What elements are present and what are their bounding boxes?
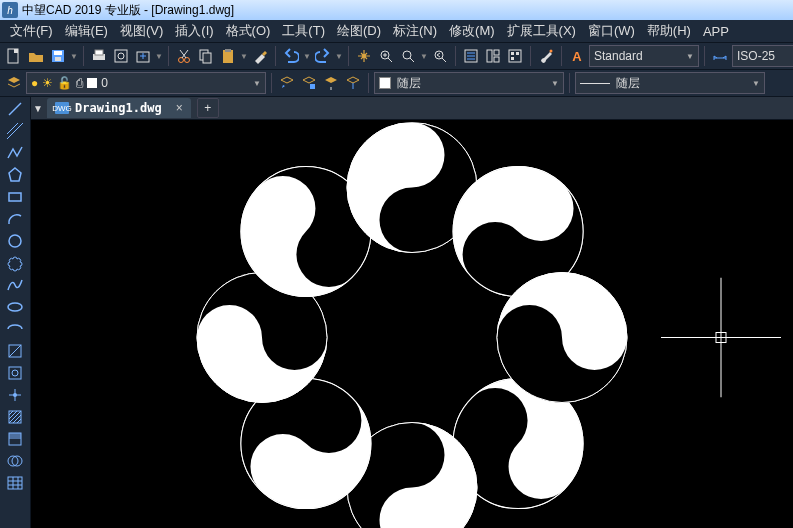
plot-icon[interactable] (89, 46, 109, 66)
svg-rect-4 (55, 57, 61, 61)
svg-rect-7 (115, 50, 127, 62)
save-icon[interactable] (48, 46, 68, 66)
publish-icon[interactable] (133, 46, 153, 66)
layer-state-icon[interactable] (299, 73, 319, 93)
ellipse-icon[interactable] (4, 297, 26, 317)
undo-icon[interactable] (281, 46, 301, 66)
zoom-realtime-icon[interactable] (376, 46, 396, 66)
hatch-icon[interactable] (4, 407, 26, 427)
menu-file[interactable]: 文件(F) (4, 20, 59, 42)
title-bar: h 中望CAD 2019 专业版 - [Drawing1.dwg] (0, 0, 793, 20)
print-icon: ⎙ (76, 76, 83, 90)
arc-icon[interactable] (4, 209, 26, 229)
layer-iso-icon[interactable] (321, 73, 341, 93)
menu-app[interactable]: APP (697, 22, 735, 41)
polyline-icon[interactable] (4, 143, 26, 163)
redo-icon[interactable] (313, 46, 333, 66)
new-tab-button[interactable]: + (197, 98, 219, 118)
text-style-combo[interactable]: Standard▼ (589, 45, 699, 67)
make-block-icon[interactable] (4, 363, 26, 383)
draw-toolbar (0, 97, 31, 528)
polygon-icon[interactable] (4, 165, 26, 185)
point-icon[interactable] (4, 385, 26, 405)
dim-style-icon[interactable] (710, 46, 730, 66)
rectangle-icon[interactable] (4, 187, 26, 207)
preview-icon[interactable] (111, 46, 131, 66)
svg-rect-22 (494, 50, 499, 55)
spline-icon[interactable] (4, 275, 26, 295)
layer-combo[interactable]: ● ☀ 🔓 ⎙ 0 ▼ (26, 72, 266, 94)
dim-style-value: ISO-25 (737, 49, 775, 63)
paste-icon[interactable] (218, 46, 238, 66)
cut-icon[interactable] (174, 46, 194, 66)
save-dropdown-icon[interactable]: ▼ (70, 52, 78, 61)
line-icon[interactable] (4, 99, 26, 119)
svg-rect-26 (516, 52, 519, 55)
tab-close-icon[interactable]: × (176, 101, 183, 115)
menu-format[interactable]: 格式(O) (220, 20, 277, 42)
linetype-combo[interactable]: 随层 ▼ (575, 72, 765, 94)
insert-block-icon[interactable] (4, 341, 26, 361)
pan-icon[interactable] (354, 46, 374, 66)
gradient-icon[interactable] (4, 429, 26, 449)
menu-modify[interactable]: 修改(M) (443, 20, 501, 42)
menu-dimension[interactable]: 标注(N) (387, 20, 443, 42)
svg-point-28 (550, 50, 553, 53)
svg-rect-42 (9, 433, 21, 439)
tab-drawing1[interactable]: DWG Drawing1.dwg × (47, 98, 191, 118)
color-swatch (379, 77, 391, 89)
svg-line-32 (7, 123, 18, 134)
revcloud-icon[interactable] (4, 253, 26, 273)
document-tabs: ▼ DWG Drawing1.dwg × + (31, 97, 793, 120)
region-icon[interactable] (4, 451, 26, 471)
svg-rect-13 (203, 53, 211, 63)
layer-prev-icon[interactable] (277, 73, 297, 93)
linetype-preview (580, 83, 610, 84)
circle-icon[interactable] (4, 231, 26, 251)
menu-window[interactable]: 窗口(W) (582, 20, 641, 42)
menu-insert[interactable]: 插入(I) (169, 20, 219, 42)
svg-point-35 (8, 303, 22, 311)
ellipse-arc-icon[interactable] (4, 319, 26, 339)
svg-point-67 (403, 145, 421, 163)
match-icon[interactable] (250, 46, 270, 66)
svg-point-59 (220, 328, 238, 346)
tool-palette-icon[interactable] (505, 46, 525, 66)
zoom-prev-icon[interactable] (430, 46, 450, 66)
menu-tools[interactable]: 工具(T) (276, 20, 331, 42)
properties-icon[interactable] (461, 46, 481, 66)
design-center-icon[interactable] (483, 46, 503, 66)
drawing-content (177, 122, 647, 528)
layer-freeze-icon[interactable] (343, 73, 363, 93)
brush-icon[interactable] (536, 46, 556, 66)
text-style-value: Standard (594, 49, 643, 63)
menu-help[interactable]: 帮助(H) (641, 20, 697, 42)
open-icon[interactable] (26, 46, 46, 66)
tab-list-icon[interactable]: ▼ (31, 103, 45, 114)
svg-point-60 (285, 328, 303, 346)
copy-icon[interactable] (196, 46, 216, 66)
menu-edit[interactable]: 编辑(E) (59, 20, 114, 42)
text-style-icon[interactable]: A (567, 46, 587, 66)
dim-style-combo[interactable]: ISO-25▼ (732, 45, 793, 67)
redo-dropdown-icon[interactable]: ▼ (335, 52, 343, 61)
menu-draw[interactable]: 绘图(D) (331, 20, 387, 42)
publish-dropdown-icon[interactable]: ▼ (155, 52, 163, 61)
svg-rect-29 (310, 84, 315, 89)
toolbar-layers: ● ☀ 🔓 ⎙ 0 ▼ 随层 ▼ 随层 ▼ (0, 70, 793, 97)
xline-icon[interactable] (4, 121, 26, 141)
layer-manager-icon[interactable] (4, 73, 24, 93)
paste-dropdown-icon[interactable]: ▼ (240, 52, 248, 61)
undo-dropdown-icon[interactable]: ▼ (303, 52, 311, 61)
zoom-window-icon[interactable] (398, 46, 418, 66)
menu-view[interactable]: 视图(V) (114, 20, 169, 42)
svg-point-34 (9, 235, 21, 247)
table-icon[interactable] (4, 473, 26, 493)
svg-rect-23 (494, 57, 499, 62)
svg-point-52 (403, 445, 421, 463)
menu-extend[interactable]: 扩展工具(X) (501, 20, 582, 42)
drawing-canvas[interactable] (31, 120, 793, 528)
new-icon[interactable] (4, 46, 24, 66)
color-combo[interactable]: 随层 ▼ (374, 72, 564, 94)
zoom-dropdown-icon[interactable]: ▼ (420, 52, 428, 61)
